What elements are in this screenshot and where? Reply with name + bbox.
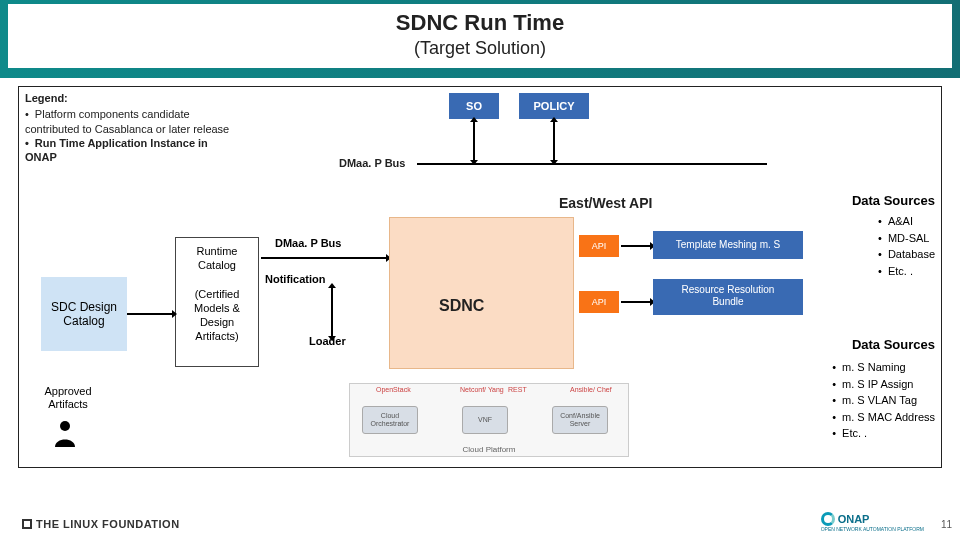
onap-logo: ONAPOPEN NETWORK AUTOMATION PLATFORM	[821, 512, 924, 532]
runtime-sub: (Certified Models & Design Artifacts)	[180, 287, 254, 344]
api-box-1: API	[579, 235, 619, 257]
cloud-platform-box: OpenStack Netconf/ Yang REST Ansible/ Ch…	[349, 383, 629, 457]
loader-label: Loader	[309, 335, 346, 347]
east-west-api-label: East/West API	[559, 195, 652, 211]
list-item: A&AI	[878, 213, 935, 230]
legend-item: Run Time Application Instance in ONAP	[25, 136, 235, 165]
arrow-api-tmesh	[621, 245, 651, 247]
list-item: Etc. .	[832, 425, 935, 442]
runtime-catalog-box: Runtime Catalog (Certified Models & Desi…	[175, 237, 259, 367]
legend-item: Platform components candidate contribute…	[25, 107, 235, 136]
template-meshing-box: Template Meshing m. S	[653, 231, 803, 259]
cloud-orchestrator-box: Cloud Orchestrator	[362, 406, 418, 434]
resource-resolution-box: Resource Resolution Bundle	[653, 279, 803, 315]
list-item: Etc. .	[878, 263, 935, 280]
arrow-runtime-peach	[261, 257, 387, 259]
so-box: SO	[449, 93, 499, 119]
arrow-loader	[331, 287, 333, 337]
person-icon	[53, 419, 77, 447]
sdnc-label: SDNC	[439, 297, 484, 315]
conf-ansible-box: Conf/Ansible Server	[552, 406, 608, 434]
dmaap-bus-label-mid: DMaa. P Bus	[275, 237, 341, 249]
rest-tag: REST	[508, 386, 527, 393]
dmaap-bus-line	[417, 163, 767, 165]
notification-label: Notification	[265, 273, 326, 285]
approved-artifacts-label: Approved Artifacts	[33, 385, 103, 411]
vnf-box: VNF	[462, 406, 508, 434]
page-subtitle: (Target Solution)	[8, 38, 952, 59]
cloud-platform-label: Cloud Platform	[350, 445, 628, 454]
runtime-title: Runtime Catalog	[180, 244, 254, 273]
arrow-policy-down	[553, 121, 555, 161]
arrow-sdc-runtime	[127, 313, 173, 315]
openstack-tag: OpenStack	[376, 386, 411, 393]
policy-box: POLICY	[519, 93, 589, 119]
data-sources-2-list: m. S Naming m. S IP Assign m. S VLAN Tag…	[832, 359, 935, 442]
data-sources-1-list: A&AI MD-SAL Database Etc. .	[878, 213, 935, 279]
page-title: SDNC Run Time	[8, 10, 952, 36]
legend-heading: Legend:	[25, 92, 68, 104]
list-item: MD-SAL	[878, 230, 935, 247]
linux-foundation-logo: THE LINUX FOUNDATION	[22, 518, 180, 530]
list-item: m. S VLAN Tag	[832, 392, 935, 409]
api-box-2: API	[579, 291, 619, 313]
sdc-design-catalog-box: SDC Design Catalog	[41, 277, 127, 351]
diagram-frame: Legend: Platform components candidate co…	[18, 86, 942, 468]
list-item: m. S MAC Address	[832, 409, 935, 426]
list-item: Database	[878, 246, 935, 263]
arrow-so-down	[473, 121, 475, 161]
header-band: SDNC Run Time (Target Solution)	[0, 0, 960, 78]
legend: Legend: Platform components candidate co…	[25, 91, 235, 164]
netconf-tag: Netconf/ Yang	[460, 386, 504, 393]
list-item: m. S Naming	[832, 359, 935, 376]
list-item: m. S IP Assign	[832, 376, 935, 393]
svg-point-0	[60, 421, 70, 431]
sdnc-container	[389, 217, 574, 369]
footer: THE LINUX FOUNDATION ONAPOPEN NETWORK AU…	[0, 500, 960, 540]
page-number: 11	[941, 519, 952, 530]
dmaap-bus-label-top: DMaa. P Bus	[339, 157, 405, 169]
header-inner: SDNC Run Time (Target Solution)	[8, 4, 952, 68]
ansible-tag: Ansible/ Chef	[570, 386, 612, 393]
data-sources-1-heading: Data Sources	[852, 193, 935, 208]
arrow-api-res	[621, 301, 651, 303]
data-sources-2-heading: Data Sources	[852, 337, 935, 352]
